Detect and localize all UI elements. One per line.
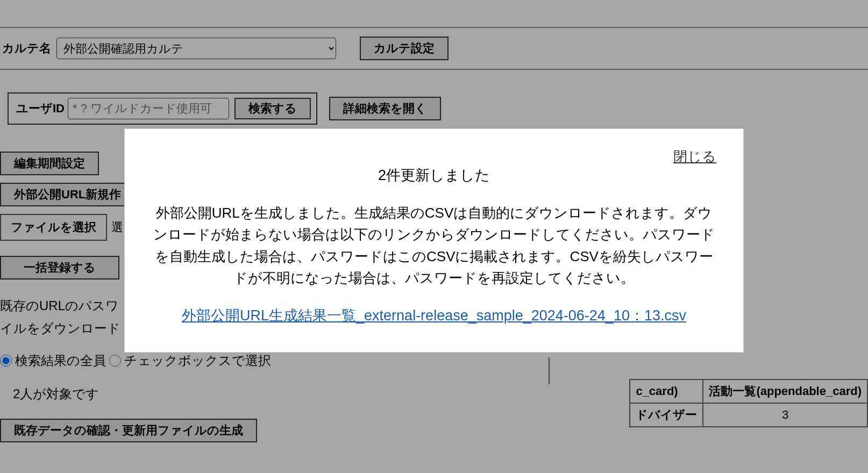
csv-download-link[interactable]: 外部公開URL生成結果一覧_external-release_sample_20…	[144, 306, 724, 325]
modal-body: 外部公開URLを生成しました。生成結果のCSVは自動的にダウンロードされます。ダ…	[144, 202, 724, 289]
close-button[interactable]: 閉じる	[673, 147, 716, 166]
result-modal: 閉じる 2件更新しました 外部公開URLを生成しました。生成結果のCSVは自動的…	[125, 129, 743, 352]
modal-title: 2件更新しました	[144, 166, 724, 185]
